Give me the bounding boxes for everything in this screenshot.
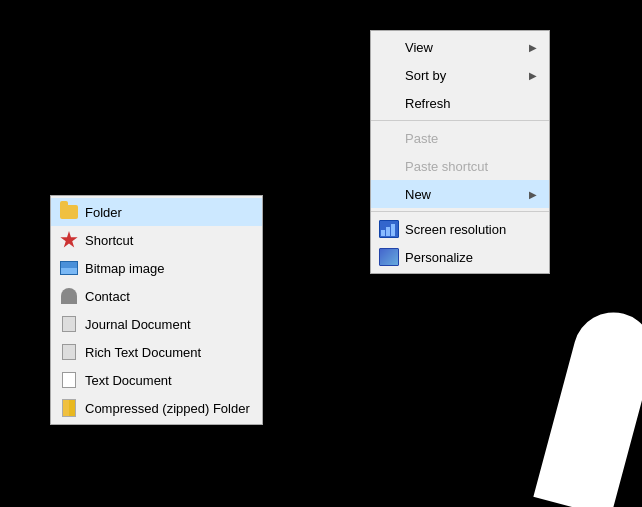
- journal-icon: [59, 314, 79, 334]
- contact-label: Contact: [85, 289, 250, 304]
- submenu-item-textdoc[interactable]: Text Document: [51, 366, 262, 394]
- paste-icon: [379, 128, 399, 148]
- submenu-item-richtext[interactable]: Rich Text Document: [51, 338, 262, 366]
- screen-resolution-icon: [379, 219, 399, 239]
- submenu-item-folder[interactable]: Folder: [51, 198, 262, 226]
- menu-item-screen-resolution[interactable]: Screen resolution: [371, 215, 549, 243]
- view-icon: [379, 37, 399, 57]
- menu-item-new[interactable]: New ▶: [371, 180, 549, 208]
- submenu-item-journal[interactable]: Journal Document: [51, 310, 262, 338]
- desktop-decoration: [533, 303, 642, 507]
- submenu-item-contact[interactable]: Contact: [51, 282, 262, 310]
- personalize-label: Personalize: [405, 250, 537, 265]
- personalize-icon: [379, 247, 399, 267]
- view-arrow: ▶: [529, 42, 537, 53]
- bitmap-icon: [59, 258, 79, 278]
- submenu-item-zip[interactable]: Compressed (zipped) Folder: [51, 394, 262, 422]
- textdoc-label: Text Document: [85, 373, 250, 388]
- paste-label: Paste: [405, 131, 537, 146]
- menu-item-view[interactable]: View ▶: [371, 33, 549, 61]
- new-arrow: ▶: [529, 189, 537, 200]
- paste-shortcut-label: Paste shortcut: [405, 159, 537, 174]
- screen-resolution-label: Screen resolution: [405, 222, 537, 237]
- textdoc-icon: [59, 370, 79, 390]
- menu-item-paste-shortcut[interactable]: Paste shortcut: [371, 152, 549, 180]
- contact-icon: [59, 286, 79, 306]
- menu-item-paste[interactable]: Paste: [371, 124, 549, 152]
- sort-by-label: Sort by: [405, 68, 519, 83]
- journal-label: Journal Document: [85, 317, 250, 332]
- shortcut-icon: [59, 230, 79, 250]
- sort-by-arrow: ▶: [529, 70, 537, 81]
- richtext-icon: [59, 342, 79, 362]
- new-submenu: Folder Shortcut Bitmap image Contact Jou…: [50, 195, 263, 425]
- new-icon: [379, 184, 399, 204]
- menu-item-personalize[interactable]: Personalize: [371, 243, 549, 271]
- view-label: View: [405, 40, 519, 55]
- shortcut-label: Shortcut: [85, 233, 250, 248]
- separator-1: [371, 120, 549, 121]
- refresh-label: Refresh: [405, 96, 537, 111]
- menu-item-sort-by[interactable]: Sort by ▶: [371, 61, 549, 89]
- richtext-label: Rich Text Document: [85, 345, 250, 360]
- paste-shortcut-icon: [379, 156, 399, 176]
- main-context-menu: View ▶ Sort by ▶ Refresh Paste Paste sho…: [370, 30, 550, 274]
- submenu-item-shortcut[interactable]: Shortcut: [51, 226, 262, 254]
- menu-item-refresh[interactable]: Refresh: [371, 89, 549, 117]
- folder-icon: [59, 202, 79, 222]
- zip-label: Compressed (zipped) Folder: [85, 401, 250, 416]
- sort-by-icon: [379, 65, 399, 85]
- new-label: New: [405, 187, 519, 202]
- submenu-item-bitmap[interactable]: Bitmap image: [51, 254, 262, 282]
- zip-icon: [59, 398, 79, 418]
- refresh-icon: [379, 93, 399, 113]
- bitmap-label: Bitmap image: [85, 261, 250, 276]
- folder-label: Folder: [85, 205, 250, 220]
- separator-2: [371, 211, 549, 212]
